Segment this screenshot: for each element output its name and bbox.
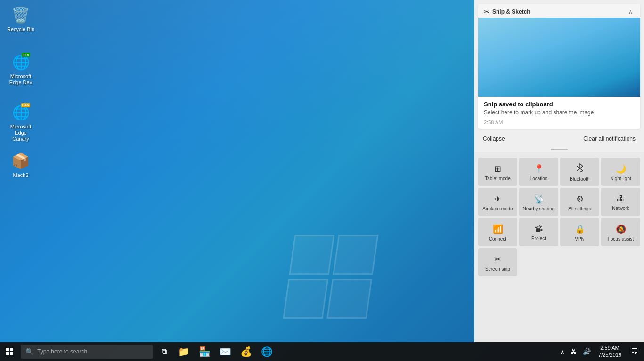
snip-notification-card[interactable]: ✂ Snip & Sketch ∧ Snip saved to clipboar… bbox=[478, 4, 640, 129]
snip-app-icon: ✂ bbox=[484, 8, 489, 16]
taskbar-app-store[interactable]: 🏪 bbox=[194, 342, 215, 361]
vpn-label: VPN bbox=[575, 236, 585, 242]
network-button[interactable]: 🖧 Network bbox=[601, 188, 640, 216]
connect-button[interactable]: 📶 Connect bbox=[478, 218, 517, 246]
location-label: Location bbox=[530, 176, 548, 182]
location-button[interactable]: 📍 Location bbox=[519, 158, 558, 186]
money-icon: 💰 bbox=[240, 346, 252, 357]
volume-tray-icon[interactable]: 🔊 bbox=[581, 347, 593, 356]
snip-app-name: Snip & Sketch bbox=[492, 8, 627, 15]
vpn-icon: 🔒 bbox=[575, 224, 585, 234]
vpn-button[interactable]: 🔒 VPN bbox=[560, 218, 599, 246]
taskbar-app-fileexplorer[interactable]: 📁 bbox=[173, 342, 194, 361]
scroll-indicator bbox=[474, 147, 644, 152]
quick-actions-grid: ⊞ Tablet mode 📍 Location bbox=[478, 158, 640, 246]
nearby-sharing-label: Nearby sharing bbox=[523, 206, 555, 212]
taskbar-app-money[interactable]: 💰 bbox=[236, 342, 256, 361]
notification-actions-row: Collapse Clear all notifications bbox=[474, 131, 644, 147]
airplane-mode-label: Airplane mode bbox=[482, 206, 513, 212]
all-settings-button[interactable]: ⚙ All settings bbox=[560, 188, 599, 216]
taskbar-search[interactable]: 🔍 Type here to search bbox=[21, 345, 153, 359]
nearby-sharing-button[interactable]: 📡 Nearby sharing bbox=[519, 188, 558, 216]
notification-expand-btn[interactable]: ∧ bbox=[627, 8, 635, 16]
edge-canary-label: Microsoft Edge Canary bbox=[6, 124, 36, 143]
notification-body-text: Select here to mark up and share the ima… bbox=[484, 109, 635, 117]
network-icon: 🖧 bbox=[617, 194, 625, 204]
mach2-label: Mach2 bbox=[13, 172, 28, 178]
quick-actions-area: ⊞ Tablet mode 📍 Location bbox=[474, 152, 644, 342]
tablet-mode-icon: ⊞ bbox=[494, 164, 501, 174]
nearby-sharing-icon: 📡 bbox=[534, 194, 544, 204]
windows-logo-icon bbox=[6, 348, 13, 355]
network-label: Network bbox=[612, 206, 629, 211]
tablet-mode-label: Tablet mode bbox=[485, 176, 510, 182]
project-button[interactable]: 📽 Project bbox=[519, 218, 558, 246]
clear-all-button[interactable]: Clear all notifications bbox=[580, 134, 638, 144]
screen-snip-button[interactable]: ✂ Screen snip bbox=[478, 248, 517, 276]
location-icon: 📍 bbox=[534, 164, 544, 174]
edge-dev-label: Microsoft Edge Dev bbox=[6, 73, 36, 86]
search-icon: 🔍 bbox=[25, 348, 33, 355]
notification-body[interactable]: Snip saved to clipboard Select here to m… bbox=[478, 97, 640, 119]
taskbar-apps: 📁 🏪 ✉️ 💰 🌐 bbox=[173, 342, 558, 361]
bluetooth-icon bbox=[576, 163, 584, 175]
recycle-bin-label: Recycle Bin bbox=[7, 26, 34, 32]
notification-icon: 🗨 bbox=[631, 347, 638, 356]
desktop: 🗑️ Recycle Bin 🌐 DEV Microsoft Edge Dev … bbox=[0, 0, 644, 361]
focus-assist-label: Focus assist bbox=[608, 236, 634, 242]
tablet-mode-button[interactable]: ⊞ Tablet mode bbox=[478, 158, 517, 186]
night-light-label: Night light bbox=[610, 176, 631, 182]
system-tray: ∧ 🖧 🔊 2:59 AM 7/25/2019 🗨 bbox=[558, 342, 644, 361]
night-light-button[interactable]: 🌙 Night light bbox=[601, 158, 640, 186]
task-view-icon: ⧉ bbox=[162, 347, 167, 356]
notification-area: ✂ Snip & Sketch ∧ Snip saved to clipboar… bbox=[474, 0, 644, 152]
project-label: Project bbox=[531, 236, 546, 241]
notification-time: 2:58 AM bbox=[478, 119, 640, 129]
edge-canary-icon[interactable]: 🌐 CAN Microsoft Edge Canary bbox=[4, 101, 38, 144]
notification-header: ✂ Snip & Sketch ∧ bbox=[478, 4, 640, 18]
store-icon: 🏪 bbox=[199, 346, 211, 357]
connect-icon: 📶 bbox=[493, 224, 503, 234]
screen-snip-label: Screen snip bbox=[485, 266, 510, 272]
all-settings-icon: ⚙ bbox=[576, 194, 584, 204]
task-view-button[interactable]: ⧉ bbox=[155, 342, 173, 361]
action-center-panel: ✂ Snip & Sketch ∧ Snip saved to clipboar… bbox=[474, 0, 644, 342]
taskbar-app-mail[interactable]: ✉️ bbox=[215, 342, 236, 361]
screen-snip-row: ✂ Screen snip bbox=[478, 248, 640, 276]
mach2-icon[interactable]: 📦 Mach2 bbox=[4, 150, 38, 180]
start-button[interactable] bbox=[0, 342, 19, 361]
network-tray-icon[interactable]: 🖧 bbox=[569, 347, 579, 356]
clock-time: 2:59 AM bbox=[600, 345, 619, 352]
bluetooth-button[interactable]: Bluetooth bbox=[560, 158, 599, 186]
show-hidden-icons-button[interactable]: ∧ bbox=[558, 347, 567, 356]
svg-line-0 bbox=[577, 166, 580, 168]
screen-snip-icon: ✂ bbox=[494, 254, 501, 265]
focus-assist-icon: 🔕 bbox=[616, 224, 626, 234]
bluetooth-label: Bluetooth bbox=[570, 176, 589, 182]
action-center-button[interactable]: 🗨 bbox=[627, 342, 642, 361]
airplane-mode-button[interactable]: ✈ Airplane mode bbox=[478, 188, 517, 216]
airplane-mode-icon: ✈ bbox=[494, 194, 501, 204]
taskbar-app-edge[interactable]: 🌐 bbox=[256, 342, 277, 361]
project-icon: 📽 bbox=[535, 224, 543, 234]
edge-icon: 🌐 bbox=[261, 346, 273, 357]
edge-dev-icon[interactable]: 🌐 DEV Microsoft Edge Dev bbox=[4, 51, 38, 88]
search-placeholder: Type here to search bbox=[37, 348, 87, 355]
all-settings-label: All settings bbox=[568, 206, 591, 212]
focus-assist-button[interactable]: 🔕 Focus assist bbox=[601, 218, 640, 246]
collapse-button[interactable]: Collapse bbox=[480, 134, 508, 144]
recycle-bin-icon[interactable]: 🗑️ Recycle Bin bbox=[4, 4, 38, 34]
clock[interactable]: 2:59 AM 7/25/2019 bbox=[595, 345, 625, 359]
clock-date: 7/25/2019 bbox=[598, 352, 621, 359]
file-explorer-icon: 📁 bbox=[178, 346, 190, 357]
night-light-icon: 🌙 bbox=[616, 164, 626, 174]
svg-line-1 bbox=[577, 168, 580, 171]
mail-icon: ✉️ bbox=[220, 346, 231, 357]
notification-title: Snip saved to clipboard bbox=[484, 101, 635, 108]
taskbar: 🔍 Type here to search ⧉ 📁 🏪 ✉️ 💰 🌐 bbox=[0, 342, 644, 361]
connect-label: Connect bbox=[489, 236, 506, 242]
snip-preview-image bbox=[478, 18, 640, 97]
